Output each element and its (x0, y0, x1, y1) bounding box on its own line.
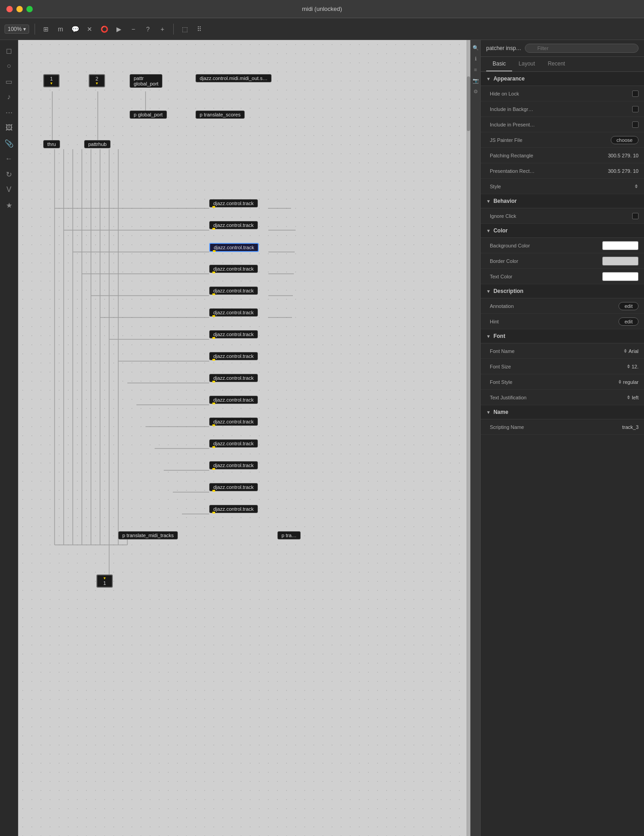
p-translate-scores-node[interactable]: p translate_scores (196, 111, 245, 119)
cube-icon[interactable]: ◻ (2, 44, 16, 57)
close-button[interactable] (6, 6, 13, 12)
pattr-node[interactable]: pattr global_port (130, 74, 162, 88)
include-background-checkbox[interactable] (632, 106, 639, 112)
minimize-button[interactable] (16, 6, 23, 12)
canvas-scrollbar-thumb[interactable] (467, 76, 470, 131)
loop-icon[interactable]: ↻ (2, 167, 16, 181)
section-font-header[interactable]: ▼ Font (481, 329, 644, 343)
style-stepper[interactable] (635, 184, 639, 188)
dots-icon[interactable]: ⋯ (2, 106, 16, 119)
vst-icon[interactable]: V (2, 183, 16, 196)
track-node-14[interactable]: djazz.control.track (209, 483, 258, 491)
track-node-9[interactable]: djazz.control.track (209, 374, 258, 382)
font-name-label: Font Name (490, 348, 624, 354)
search-canvas-icon[interactable]: 🔍 (472, 44, 480, 52)
track-node-6[interactable]: djazz.control.track (209, 308, 258, 317)
tab-basic[interactable]: Basic (486, 57, 512, 71)
add-icon[interactable]: + (157, 24, 168, 35)
number-node-out[interactable]: ▼ 1 (96, 574, 113, 588)
row-font-style: Font Style regular (481, 374, 644, 390)
track-node-5[interactable]: djazz.control.track (209, 287, 258, 295)
inspector-filter-input[interactable] (525, 44, 639, 53)
track-node-11[interactable]: djazz.control.track (209, 418, 258, 426)
canvas-scrollbar[interactable] (467, 40, 470, 836)
layout-icon[interactable]: ⊞ (40, 24, 51, 35)
waveform-icon[interactable]: ⬚ (179, 24, 190, 35)
track-node-2[interactable]: djazz.control.track (209, 221, 258, 229)
include-present-checkbox[interactable] (632, 121, 639, 128)
number-node-1[interactable]: 1 ▼ (43, 74, 60, 87)
track-node-13[interactable]: djazz.control.track (209, 461, 258, 469)
row-hint: Hint edit (481, 314, 644, 329)
grid-icon[interactable]: ⠿ (194, 24, 205, 35)
play-icon[interactable]: ▶ (113, 24, 124, 35)
midi-out-node[interactable]: djazz.control.midi.midi_out.s… (196, 74, 272, 82)
record-icon[interactable]: ⭕ (99, 24, 110, 35)
row-ignore-click: Ignore Click (481, 208, 644, 224)
patcher-canvas[interactable]: 1 ▼ 2 ▼ pattr global_port djazz.control.… (18, 40, 480, 836)
tab-layout[interactable]: Layout (512, 57, 541, 71)
font-name-stepper[interactable]: Arial (624, 348, 639, 354)
camera-canvas-icon[interactable]: 📷 (472, 76, 480, 85)
xfade-icon[interactable]: ✕ (84, 24, 95, 35)
font-name-arrows (624, 349, 627, 353)
mixer-canvas-icon[interactable]: ⚙ (472, 87, 480, 96)
section-appearance-header[interactable]: ▼ Appearance (481, 72, 644, 86)
border-color-swatch[interactable] (602, 257, 639, 266)
annotation-edit-button[interactable]: edit (619, 302, 639, 310)
section-name-header[interactable]: ▼ Name (481, 405, 644, 419)
minus-icon[interactable]: − (128, 24, 139, 35)
row-hide-on-lock: Hide on Lock (481, 86, 644, 101)
comment-icon[interactable]: 💬 (70, 24, 80, 35)
hide-on-lock-checkbox[interactable] (632, 91, 639, 97)
image-icon[interactable]: 🖼 (2, 121, 16, 135)
tab-recent[interactable]: Recent (541, 57, 571, 71)
star-icon[interactable]: ★ (2, 198, 16, 212)
p-tra-node[interactable]: p tra… (277, 531, 301, 539)
thru-node[interactable]: thru (43, 140, 60, 148)
toolbar: 100% ▾ ⊞ m 💬 ✕ ⭕ ▶ − ? + ⬚ ⠿ (0, 18, 644, 40)
track-node-15[interactable]: djazz.control.track (209, 505, 258, 513)
p-global-port-node[interactable]: p global_port (130, 111, 167, 119)
behavior-triangle-icon: ▼ (486, 199, 491, 204)
monitor-icon[interactable]: ▭ (2, 75, 16, 88)
track-node-7[interactable]: djazz.control.track (209, 330, 258, 338)
layers-canvas-icon[interactable]: ≡ (472, 65, 480, 74)
font-style-stepper[interactable]: regular (619, 379, 639, 385)
track-node-12[interactable]: djazz.control.track (209, 439, 258, 448)
js-painter-choose-button[interactable]: choose (611, 136, 639, 144)
maximize-button[interactable] (26, 6, 33, 12)
track-node-3[interactable]: djazz.control.track (209, 243, 259, 252)
circle-icon[interactable]: ○ (2, 59, 16, 73)
metro-icon[interactable]: m (55, 24, 66, 35)
text-color-swatch[interactable] (602, 272, 639, 281)
track-node-1[interactable]: djazz.control.track (209, 199, 258, 207)
track-node-8[interactable]: djazz.control.track (209, 352, 258, 360)
text-justification-label: Text Justification (490, 395, 627, 400)
section-color-header[interactable]: ▼ Color (481, 224, 644, 238)
p-translate-midi-node[interactable]: p translate_midi_tracks (118, 531, 178, 539)
arrow-left-icon[interactable]: ← (2, 152, 16, 166)
info-canvas-icon[interactable]: ℹ (472, 55, 480, 63)
section-description-header[interactable]: ▼ Description (481, 284, 644, 298)
number-node-2[interactable]: 2 ▼ (89, 74, 105, 87)
row-border-color: Border Color (481, 253, 644, 269)
section-behavior-header[interactable]: ▼ Behavior (481, 194, 644, 208)
font-size-stepper[interactable]: 12. (627, 364, 639, 369)
text-justification-stepper[interactable]: left (627, 395, 639, 400)
zoom-control[interactable]: 100% ▾ (5, 25, 29, 34)
paperclip-icon[interactable]: 📎 (2, 136, 16, 150)
help-icon[interactable]: ? (142, 24, 153, 35)
ignore-click-label: Ignore Click (490, 213, 632, 219)
bg-color-swatch[interactable] (602, 241, 639, 250)
track-node-10[interactable]: djazz.control.track (209, 396, 258, 404)
presentation-rect-text: 300.5 279. 10 (608, 168, 639, 174)
music-icon[interactable]: ♪ (2, 90, 16, 104)
color-triangle-icon: ▼ (486, 228, 491, 233)
pattrhub-node[interactable]: pattrhub (84, 140, 111, 148)
hint-edit-button[interactable]: edit (619, 317, 639, 326)
track-node-4[interactable]: djazz.control.track (209, 265, 258, 273)
js-painter-label: JS Painter File (490, 137, 611, 143)
ignore-click-checkbox[interactable] (632, 213, 639, 219)
row-text-color: Text Color (481, 269, 644, 284)
